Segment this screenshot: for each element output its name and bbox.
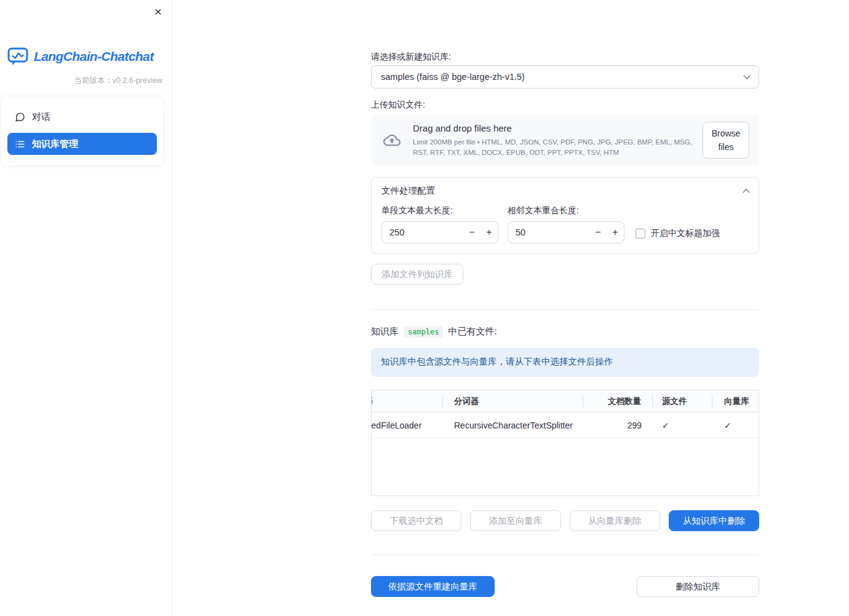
expander-header[interactable]: 文件处理配置 (372, 178, 759, 200)
table-header: 文档加载器 分词器 文档数量 源文件 向量库 (371, 390, 759, 413)
delete-from-kb-button[interactable]: 从知识库中删除 (669, 510, 759, 531)
sidebar: × LangChain-Chatchat 当前版本：v0.2.6-preview… (0, 0, 172, 616)
divider (371, 555, 759, 555)
dropzone-title: Drag and drop files here (413, 123, 693, 133)
cell-vector-store-check: ✓ (712, 421, 759, 430)
files-table-inner: 文档加载器 分词器 文档数量 源文件 向量库 UnstructuredFileL… (371, 390, 759, 438)
col-header-source-file: 源文件 (653, 395, 712, 408)
kb-actions: 依据源文件重建向量库 删除知识库 (371, 576, 759, 597)
cell-loader: UnstructuredFileLoader (371, 421, 443, 430)
cell-doc-count: 299 (583, 421, 653, 430)
list-icon (15, 139, 25, 149)
cell-splitter: RecursiveCharacterTextSplitter (443, 421, 583, 430)
sidebar-item-label: 知识库管理 (32, 138, 78, 150)
main-content: 请选择或新建知识库: samples (faiss @ bge-large-zh… (371, 0, 759, 597)
existing-prefix: 知识库 (371, 326, 399, 338)
increment-button[interactable]: + (480, 222, 498, 243)
increment-button[interactable]: + (607, 222, 624, 243)
overlap-group: 相邻文本重合长度: 50 − + (508, 204, 624, 243)
download-selected-button[interactable]: 下载选中文档 (371, 510, 461, 531)
overlap-label: 相邻文本重合长度: (508, 204, 624, 216)
sidebar-menu: 对话 知识库管理 (1, 97, 163, 165)
add-files-to-kb-button[interactable]: 添加文件到知识库 (371, 264, 463, 285)
expander-title: 文件处理配置 (381, 185, 435, 197)
file-config-expander: 文件处理配置 单段文本最大长度: 250 − + 相邻文本重合长度: 50 − … (371, 177, 759, 254)
upload-label: 上传知识文件: (371, 98, 759, 111)
chunk-size-value[interactable]: 250 (382, 227, 463, 237)
delete-kb-button[interactable]: 删除知识库 (637, 576, 759, 597)
kb-select-value: samples (faiss @ bge-large-zh-v1.5) (381, 72, 525, 82)
decrement-button[interactable]: − (589, 222, 607, 243)
kb-select[interactable]: samples (faiss @ bge-large-zh-v1.5) (371, 65, 759, 89)
col-header-doc-count: 文档数量 (583, 395, 653, 408)
delete-from-vector-store-button[interactable]: 从向量库删除 (570, 510, 660, 531)
chunk-size-group: 单段文本最大长度: 250 − + (381, 204, 498, 243)
add-to-vector-store-button[interactable]: 添加至向量库 (470, 510, 560, 531)
divider (371, 309, 759, 310)
dropzone-text: Drag and drop files here Limit 200MB per… (413, 123, 693, 157)
checkbox-icon[interactable] (636, 229, 645, 239)
kb-name-code: samples (404, 326, 443, 338)
app-logo: LangChain-Chatchat (7, 47, 172, 66)
row-actions: 下载选中文档 添加至向量库 从向量库删除 从知识库中删除 (371, 510, 759, 531)
logo-chat-icon (7, 47, 28, 66)
overlap-value[interactable]: 50 (508, 227, 589, 237)
browse-files-button[interactable]: Browse files (703, 122, 749, 159)
zh-title-enhance-checkbox[interactable]: 开启中文标题加强 (636, 223, 720, 243)
col-header-vector-store: 向量库 (712, 395, 759, 408)
sidebar-item-dialogue[interactable]: 对话 (7, 107, 157, 127)
table-row[interactable]: UnstructuredFileLoader RecursiveCharacte… (371, 413, 759, 438)
dropzone-limits: Limit 200MB per file • HTML, MD, JSON, C… (413, 137, 693, 157)
col-header-splitter: 分词器 (443, 395, 583, 408)
rebuild-vector-store-button[interactable]: 依据源文件重建向量库 (371, 576, 495, 597)
files-table[interactable]: 文档加载器 分词器 文档数量 源文件 向量库 UnstructuredFileL… (371, 390, 759, 496)
kb-select-label: 请选择或新建知识库: (371, 50, 759, 63)
chevron-down-icon (743, 72, 750, 79)
chevron-up-icon (743, 189, 749, 195)
existing-suffix: 中已有文件: (448, 326, 497, 338)
expander-body: 单段文本最大长度: 250 − + 相邻文本重合长度: 50 − + 开启中文标… (372, 200, 759, 253)
overlap-input[interactable]: 50 − + (508, 221, 624, 243)
sidebar-item-label: 对话 (32, 111, 50, 123)
existing-files-heading: 知识库 samples 中已有文件: (371, 326, 759, 338)
info-banner: 知识库中包含源文件与向量库，请从下表中选择文件后操作 (371, 348, 759, 377)
chat-bubble-icon (15, 112, 25, 122)
checkbox-label: 开启中文标题加强 (651, 228, 720, 239)
chunk-size-label: 单段文本最大长度: (381, 204, 498, 216)
sidebar-item-knowledge-base[interactable]: 知识库管理 (7, 133, 157, 155)
version-label: 当前版本：v0.2.6-preview (0, 76, 162, 86)
col-header-loader: 文档加载器 (371, 395, 443, 408)
app-title: LangChain-Chatchat (34, 49, 154, 64)
file-dropzone[interactable]: Drag and drop files here Limit 200MB per… (371, 114, 759, 166)
sidebar-close-icon[interactable]: × (152, 2, 164, 20)
chunk-size-input[interactable]: 250 − + (381, 221, 498, 243)
decrement-button[interactable]: − (463, 222, 480, 243)
cloud-upload-icon (381, 132, 403, 149)
cell-source-file-check: ✓ (653, 421, 712, 430)
